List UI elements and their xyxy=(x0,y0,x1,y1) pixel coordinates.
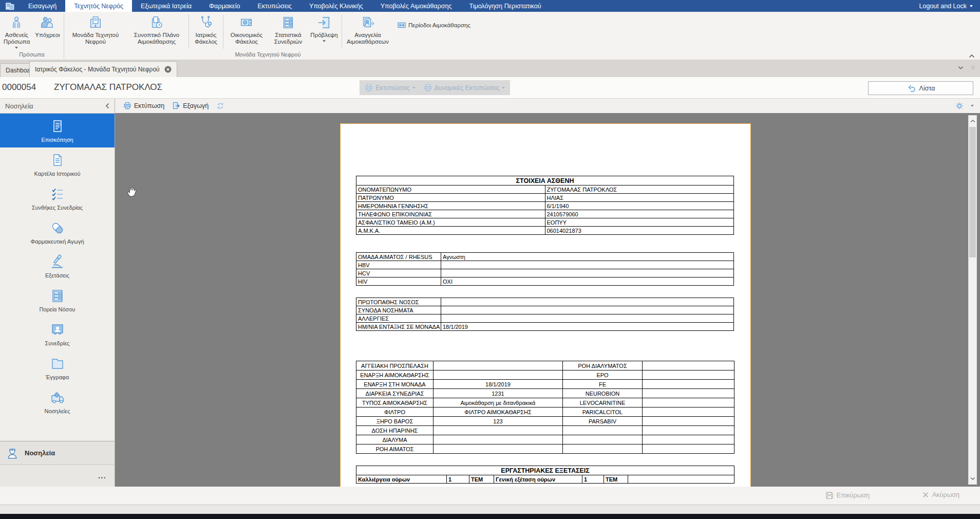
patient-person-icon xyxy=(9,15,24,30)
statistika-synedrion-button[interactable]: Στατιστικά Συνεδριών xyxy=(269,13,308,51)
menu-tab-farmakeio[interactable]: Φαρμακείο xyxy=(200,0,249,12)
nurse-icon xyxy=(5,446,20,460)
sidebar-collapse-button[interactable] xyxy=(105,103,109,109)
provlepsi-button[interactable]: Πρόβλεψη xyxy=(308,13,341,51)
ribbon-group-label: Πρόσωπα xyxy=(0,51,64,60)
list-button[interactable]: Λίστα xyxy=(868,81,973,95)
logout-label: Logout and Lock xyxy=(919,3,967,10)
cell xyxy=(643,398,734,407)
button-label: Στατιστικά Συνεδριών xyxy=(269,32,308,45)
table-row: Καλλιέργεια ούρων1ΤΕΜΓενική εξέταση ούρω… xyxy=(356,475,734,484)
table-row: ΡΟΗ ΑΙΜΑΤΟΣ xyxy=(356,444,734,454)
button-label: Συνοπτικό Πλάνο Αιμοκάθαρσης xyxy=(126,32,187,45)
menu-tab-timologisi[interactable]: Τιμολόγηση Περιστατικού xyxy=(461,0,550,12)
chevron-down-icon[interactable] xyxy=(971,105,974,107)
button-label: Ακύρωση xyxy=(932,491,959,498)
app-icon[interactable] xyxy=(0,0,20,12)
cancel-button[interactable]: Ακύρωση xyxy=(922,491,959,498)
vertical-scrollbar[interactable] xyxy=(968,115,977,485)
synoptiko-plano-button[interactable]: Συνοπτικό Πλάνο Αιμοκάθαρσης xyxy=(126,13,187,51)
hand-cursor xyxy=(126,186,137,197)
cell xyxy=(643,370,734,380)
cell: 1231 xyxy=(434,389,563,398)
sidebar-item-eggrafa[interactable]: Έγγραφα xyxy=(0,351,115,385)
cell: 06014021873 xyxy=(545,227,734,235)
button-label: Υπόχρεοι xyxy=(35,32,60,39)
ribbon-group-prosopa: Ασθενείς Πρόσωπα Υπόχρεοι Πρόσωπα xyxy=(0,12,64,60)
button-label: Μονάδα Τεχνητού Νεφρού xyxy=(65,32,126,45)
cell: 6/1/1940 xyxy=(545,202,734,210)
sidebar-item-nosileies[interactable]: Νοσηλείες xyxy=(0,385,115,419)
confirm-button[interactable]: Επικύρωση xyxy=(825,491,870,499)
menu-tab-ypovoles-klinikis[interactable]: Υποβολές Κλινικής xyxy=(300,0,372,12)
sidebar-item-label: Επισκόπηση xyxy=(41,137,73,143)
scroll-down-button[interactable] xyxy=(969,474,976,483)
sidebar-item-farmakeutiki-agogi[interactable]: Φαρμακευτική Αγωγή xyxy=(0,215,115,249)
tab-iatrikos-fakelos[interactable]: Ιατρικός Φάκελος - Μονάδα Τεχνητού Νεφρο… xyxy=(29,61,177,77)
cell: ΞΗΡΟ ΒΑΡΟΣ xyxy=(356,417,434,426)
scrollbar-thumb[interactable] xyxy=(969,127,976,257)
sidebar-item-poreia-nosou[interactable]: Πορεία Νόσου xyxy=(0,283,115,317)
dynamic-prints-dropdown-button[interactable]: Δυναμικές Εκτυπώσεις xyxy=(424,84,505,92)
close-icon[interactable] xyxy=(164,66,172,73)
sidebar-more-button[interactable]: ... xyxy=(0,465,115,487)
cell: ΔΙΑΡΚΕΙΑ ΣΥΝΕΔΡΙΑΣ xyxy=(356,389,434,398)
cell: ΠΑΤΡΩΝΥΜΟ xyxy=(356,194,545,202)
tab-list-dropdown-icon[interactable] xyxy=(958,66,964,70)
button-label: Λίστα xyxy=(919,85,935,92)
oikonomikos-fakelos-button[interactable]: Οικονομικός Φάκελος xyxy=(224,13,269,51)
patients-persons-button[interactable]: Ασθενείς Πρόσωπα xyxy=(1,13,32,51)
menu-tab-ypovoles-aimokatharsis[interactable]: Υποβολές Αιμοκάθαρσης xyxy=(372,0,461,12)
iatrikos-fakelos-button[interactable]: Ιατρικός Φάκελος xyxy=(190,13,222,51)
close-icon[interactable] xyxy=(970,65,976,70)
sidebar-item-exetaseis[interactable]: Εξετάσεις xyxy=(0,249,115,283)
anaggelia-aimokatharseon-button[interactable]: Αναγγελία Αιμοκαθάρσεων xyxy=(343,13,392,51)
ribbon-collapse-button[interactable] xyxy=(969,54,975,58)
taskbar-strip xyxy=(0,514,980,519)
table-row: ΔΙΑΡΚΕΙΑ ΣΥΝΕΔΡΙΑΣ1231NEUROBION xyxy=(356,389,734,398)
chevron-down-icon xyxy=(412,87,416,89)
back-arrow-icon xyxy=(907,84,916,92)
dialysis-table: ΑΓΓΕΙΑΚΗ ΠΡΟΣΠΕΛΑΣΗΡΟΗ ΔΙΑΛΥΜΑΤΟΣ ΕΝΑΡΞΗ… xyxy=(356,361,734,454)
menu-tab-eisagogi[interactable]: Εισαγωγή xyxy=(20,0,65,12)
x-icon xyxy=(922,491,929,498)
table-row: ΠΡΩΤΟΠΑΘΗΣ ΝΟΣΟΣ xyxy=(356,298,734,306)
sidebar-item-synthikes-synedrias[interactable]: Συνθήκες Συνεδρίας xyxy=(0,181,115,215)
overview-document-icon xyxy=(49,118,66,135)
sidebar-item-label: Συνεδρίες xyxy=(45,340,69,346)
table-title: ΣΤΟΙΧΕΙΑ ΑΣΘΕΝΗ xyxy=(356,176,734,186)
sidebar-item-episkopisi[interactable]: Επισκόπηση xyxy=(0,114,115,147)
export-button[interactable]: Εξαγωγή xyxy=(172,102,209,110)
sidebar-item-synedries[interactable]: Συνεδρίες xyxy=(0,317,115,351)
table-row: ΞΗΡΟ ΒΑΡΟΣ123PARSABIV xyxy=(356,417,734,426)
cell: 1 xyxy=(582,475,604,484)
cell xyxy=(643,426,734,435)
prints-dropdown-button[interactable]: Εκτυπώσεις xyxy=(365,84,416,92)
periodoi-aimokatharsis-button[interactable]: Περίοδοι Αιμοκάθαρσης xyxy=(398,13,470,51)
sidebar-item-label: Έγγραφα xyxy=(46,374,69,380)
sidebar-section-nosileia[interactable]: Νοσηλεία xyxy=(0,441,115,465)
cell: LEVOCARNITINE xyxy=(563,398,643,407)
menu-tab-texnitos-nefros[interactable]: Τεχνητός Νεφρός xyxy=(65,0,132,12)
refresh-icon[interactable] xyxy=(216,102,224,110)
cell: Αιμοκάθαρση με διτανθρακικά xyxy=(434,398,563,407)
cell: ΑΛΛΕΡΓΙΕΣ xyxy=(356,314,441,323)
gear-icon[interactable] xyxy=(955,102,964,110)
logout-and-lock-button[interactable]: Logout and Lock xyxy=(912,0,980,12)
ypoxreoi-button[interactable]: Υπόχρεοι xyxy=(32,13,63,51)
print-button[interactable]: Εκτύπωση xyxy=(123,102,164,110)
table-row: HIVΟΧΙ xyxy=(356,277,734,286)
button-label: Πρόβλεψη xyxy=(310,32,337,39)
menu-tab-exoterika-iatreia[interactable]: Εξωτερικά Ιατρεία xyxy=(132,0,200,12)
monada-texnitou-nefrou-button[interactable]: Μονάδα Τεχνητού Νεφρού xyxy=(65,13,126,51)
scroll-up-button[interactable] xyxy=(969,117,976,125)
cell: ΗΛΙΑΣ xyxy=(545,194,734,202)
ribbon-separator xyxy=(223,15,223,49)
preview-canvas[interactable]: ΣΤΟΙΧΕΙΑ ΑΣΘΕΝΗ ΟΝΟΜΑΤΕΠΩΝΥΜΟΖΥΓΟΜΑΛΑΣ Π… xyxy=(115,113,980,487)
cell xyxy=(441,298,734,306)
sidebar-item-kartela-istorikou[interactable]: Καρτέλα Ιστορικού xyxy=(0,147,115,181)
cell: ΤΕΜ xyxy=(469,475,494,484)
stethoscope-icon xyxy=(198,15,214,30)
menu-tab-ektyposeis[interactable]: Εκτυπώσεις xyxy=(249,0,300,12)
button-label: Δυναμικές Εκτυπώσεις xyxy=(435,84,500,91)
